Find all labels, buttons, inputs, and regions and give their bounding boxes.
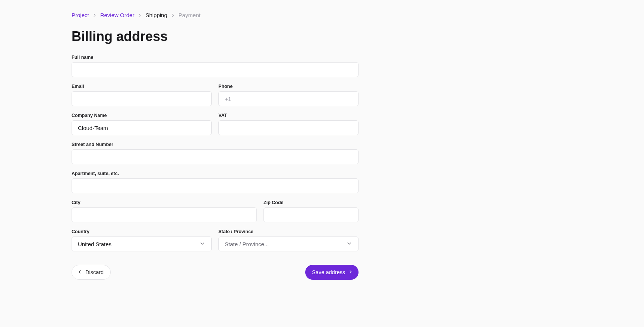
billing-form: Full name Email Phone Company Name VAT	[72, 55, 359, 280]
full-name-label: Full name	[72, 55, 359, 60]
save-address-button[interactable]: Save address	[305, 265, 359, 280]
email-label: Email	[72, 84, 212, 89]
breadcrumb-review-order[interactable]: Review Order	[100, 12, 135, 18]
chevron-right-icon	[170, 13, 176, 18]
email-field[interactable]	[72, 91, 212, 106]
chevron-right-icon	[137, 13, 142, 18]
phone-field[interactable]	[218, 91, 359, 106]
company-label: Company Name	[72, 113, 212, 118]
chevron-down-icon	[199, 241, 205, 248]
breadcrumb-shipping[interactable]: Shipping	[145, 12, 167, 18]
breadcrumb: Project Review Order Shipping Payment	[72, 12, 429, 18]
vat-field[interactable]	[218, 120, 359, 135]
apartment-field[interactable]	[72, 178, 359, 193]
discard-button[interactable]: Discard	[72, 265, 111, 280]
apartment-label: Apartment, suite, etc.	[72, 171, 359, 176]
chevron-left-icon	[77, 269, 82, 276]
vat-label: VAT	[218, 113, 359, 118]
city-field[interactable]	[72, 207, 257, 222]
zip-label: Zip Code	[263, 200, 359, 205]
chevron-right-icon	[348, 269, 353, 276]
phone-label: Phone	[218, 84, 359, 89]
discard-label: Discard	[85, 269, 104, 275]
state-placeholder: State / Province...	[225, 241, 269, 247]
state-label: State / Province	[218, 229, 359, 234]
city-label: City	[72, 200, 257, 205]
breadcrumb-project[interactable]: Project	[72, 12, 89, 18]
country-label: Country	[72, 229, 212, 234]
street-field[interactable]	[72, 149, 359, 164]
chevron-right-icon	[92, 13, 97, 18]
breadcrumb-payment: Payment	[179, 12, 201, 18]
street-label: Street and Number	[72, 142, 359, 147]
country-value: United States	[78, 241, 111, 247]
full-name-field[interactable]	[72, 62, 359, 77]
state-select[interactable]: State / Province...	[218, 236, 359, 251]
company-field[interactable]	[72, 120, 212, 135]
form-actions: Discard Save address	[72, 265, 359, 280]
chevron-down-icon	[346, 241, 352, 248]
page-title: Billing address	[72, 29, 429, 44]
save-label: Save address	[312, 269, 345, 275]
country-select[interactable]: United States	[72, 236, 212, 251]
zip-field[interactable]	[263, 207, 359, 222]
